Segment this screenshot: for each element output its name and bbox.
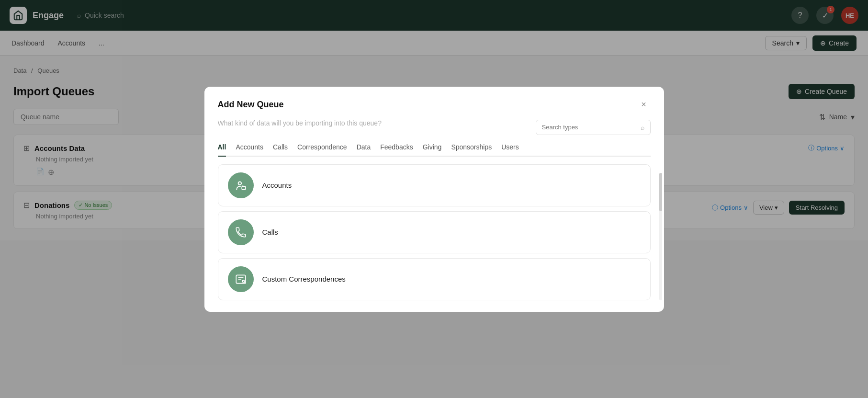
scrollbar-track[interactable] bbox=[659, 173, 662, 241]
tab-giving[interactable]: Giving bbox=[423, 143, 442, 157]
modal-title: Add New Queue bbox=[218, 100, 284, 110]
svg-rect-1 bbox=[242, 186, 246, 190]
tab-users[interactable]: Users bbox=[501, 143, 519, 157]
search-types-input[interactable] bbox=[542, 124, 637, 131]
type-item-calls[interactable]: Calls bbox=[218, 211, 651, 241]
tab-calls[interactable]: Calls bbox=[273, 143, 288, 157]
type-name-calls: Calls bbox=[262, 228, 278, 236]
type-name-accounts: Accounts bbox=[262, 181, 292, 189]
tab-accounts[interactable]: Accounts bbox=[236, 143, 263, 157]
modal-close-button[interactable]: × bbox=[637, 98, 651, 112]
tab-feedbacks[interactable]: Feedbacks bbox=[380, 143, 413, 157]
modal-header: Add New Queue × bbox=[204, 87, 664, 119]
type-item-accounts[interactable]: Accounts bbox=[218, 164, 651, 206]
category-tabs: All Accounts Calls Correspondence Data F… bbox=[218, 143, 651, 157]
search-icon: ⌕ bbox=[641, 124, 644, 131]
tab-all[interactable]: All bbox=[218, 143, 226, 157]
type-icon-calls bbox=[228, 219, 254, 241]
type-list: Accounts Calls bbox=[218, 164, 651, 241]
tab-sponsorships[interactable]: Sponsorships bbox=[451, 143, 492, 157]
tab-data[interactable]: Data bbox=[357, 143, 371, 157]
modal: Add New Queue × What kind of data will y… bbox=[204, 87, 664, 241]
modal-search-wrap: ⌕ bbox=[536, 120, 651, 135]
svg-point-0 bbox=[238, 182, 241, 185]
tab-correspondence[interactable]: Correspondence bbox=[297, 143, 347, 157]
modal-body: What kind of data will you be importing … bbox=[204, 119, 664, 241]
modal-subtitle: What kind of data will you be importing … bbox=[218, 119, 382, 127]
modal-overlay[interactable]: Add New Queue × What kind of data will y… bbox=[0, 0, 868, 240]
type-icon-accounts bbox=[228, 172, 254, 198]
scrollbar-thumb bbox=[659, 173, 662, 211]
